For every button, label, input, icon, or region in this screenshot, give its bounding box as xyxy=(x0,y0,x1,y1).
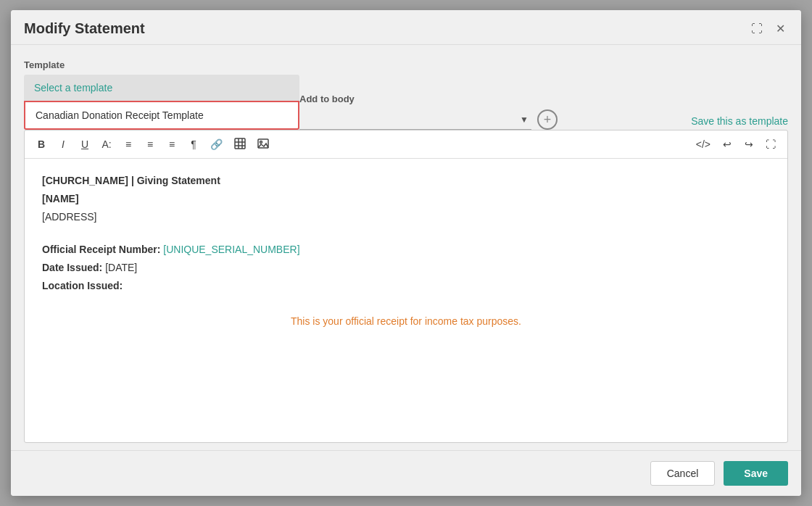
table-button[interactable] xyxy=(230,135,250,154)
image-button[interactable] xyxy=(253,135,273,154)
undo-icon: ↩ xyxy=(723,138,732,150)
tax-line: This is your official receipt for income… xyxy=(42,315,770,327)
expand-button[interactable]: ⛶ xyxy=(748,21,766,37)
cancel-button[interactable]: Cancel xyxy=(650,461,716,486)
fullscreen-editor-button[interactable]: ⛶ xyxy=(761,135,780,154)
bold-button[interactable]: B xyxy=(32,135,51,154)
align-center-button[interactable]: ≡ xyxy=(141,135,160,154)
editor-content[interactable]: [CHURCH_NAME] | Giving Statement [NAME] … xyxy=(25,159,787,442)
date-issued-line: Date Issued: [DATE] xyxy=(42,260,770,275)
spacer-1 xyxy=(42,228,770,242)
svg-point-6 xyxy=(260,141,262,143)
template-dropdown: Select a template Canadian Donation Rece… xyxy=(24,75,299,130)
tax-text: This is your official receipt for income… xyxy=(291,315,521,327)
bold-icon: B xyxy=(38,138,45,150)
modal-footer: Cancel Save xyxy=(11,450,801,496)
save-button[interactable]: Save xyxy=(724,461,788,486)
align-right-button[interactable]: ≡ xyxy=(162,135,181,154)
editor-toolbar: B I U A: ≡ ≡ xyxy=(25,130,787,159)
modal-title: Modify Statement xyxy=(24,20,145,37)
close-button[interactable]: ✕ xyxy=(773,20,788,37)
add-body-input[interactable] xyxy=(299,109,531,130)
align-center-icon: ≡ xyxy=(147,138,153,150)
expand-icon: ⛶ xyxy=(751,22,763,35)
add-to-body-label: Add to body xyxy=(299,94,691,104)
dropdown-arrow-icon: ▼ xyxy=(520,115,529,125)
redo-button[interactable]: ↪ xyxy=(740,135,758,154)
template-label: Template xyxy=(24,59,299,70)
close-icon: ✕ xyxy=(776,22,785,35)
address-line: [ADDRESS] xyxy=(42,210,770,225)
italic-button[interactable]: I xyxy=(54,135,72,154)
modal-body: Template Select a template Canadian Dona… xyxy=(11,45,801,450)
save-template-link[interactable]: Save this as template xyxy=(691,115,788,130)
name-line: [NAME] xyxy=(42,191,770,207)
align-right-icon: ≡ xyxy=(169,138,175,150)
location-issued-line: Location Issued: xyxy=(42,278,770,294)
church-name-line: [CHURCH_NAME] | Giving Statement xyxy=(42,173,770,188)
modal-header-icons: ⛶ ✕ xyxy=(748,20,788,37)
modal-header: Modify Statement ⛶ ✕ xyxy=(11,10,801,45)
modal-overlay: Modify Statement ⛶ ✕ Template Select a t… xyxy=(0,0,812,506)
paragraph-button[interactable]: ¶ xyxy=(184,135,203,154)
table-icon xyxy=(234,138,246,152)
undo-button[interactable]: ↩ xyxy=(718,135,737,154)
paragraph-icon: ¶ xyxy=(191,138,196,150)
code-icon: </> xyxy=(696,138,710,150)
add-body-input-wrapper: ▼ xyxy=(299,109,531,130)
receipt-value: [UNIQUE_SERIAL_NUMBER] xyxy=(163,244,299,255)
code-button[interactable]: </> xyxy=(692,135,715,154)
top-form-row: Template Select a template Canadian Dona… xyxy=(24,59,788,130)
selected-template-item[interactable]: Canadian Donation Receipt Template xyxy=(24,101,299,130)
italic-icon: I xyxy=(62,138,65,150)
receipt-number-line: Official Receipt Number: [UNIQUE_SERIAL_… xyxy=(42,242,770,257)
editor-container: B I U A: ≡ ≡ xyxy=(24,130,788,443)
font-size-button[interactable]: A: xyxy=(97,135,116,154)
modify-statement-modal: Modify Statement ⛶ ✕ Template Select a t… xyxy=(11,10,801,496)
date-value: [DATE] xyxy=(105,262,137,273)
underline-button[interactable]: U xyxy=(75,135,94,154)
link-button[interactable]: 🔗 xyxy=(206,135,227,154)
date-label: Date Issued: xyxy=(42,262,105,273)
add-body-button[interactable]: + xyxy=(537,109,558,130)
template-section: Template Select a template Canadian Dona… xyxy=(24,59,299,130)
add-body-row: ▼ + xyxy=(299,109,691,130)
align-left-button[interactable]: ≡ xyxy=(119,135,138,154)
receipt-label: Official Receipt Number: xyxy=(42,244,163,255)
underline-icon: U xyxy=(81,138,88,150)
svg-rect-0 xyxy=(235,138,245,149)
link-icon: 🔗 xyxy=(210,138,223,150)
redo-icon: ↪ xyxy=(745,138,753,150)
image-icon xyxy=(257,138,269,152)
plus-icon: + xyxy=(544,113,552,126)
select-template-button[interactable]: Select a template xyxy=(24,75,299,101)
fullscreen-editor-icon: ⛶ xyxy=(766,138,776,150)
font-size-icon: A: xyxy=(102,138,111,150)
add-to-body-section: Add to body ▼ + xyxy=(299,94,691,130)
align-left-icon: ≡ xyxy=(125,138,131,150)
